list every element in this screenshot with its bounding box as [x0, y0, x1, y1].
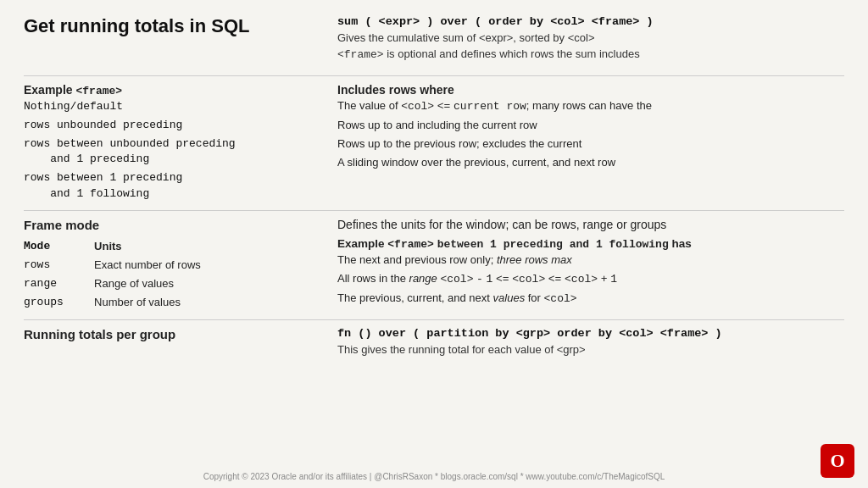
header-desc1: Gives the cumulative sum of <expr>, sort…	[337, 31, 594, 44]
table-row: The value of <col> <= current row; many …	[337, 97, 844, 116]
table-row: The previous, current, and next values f…	[337, 289, 844, 308]
code-col2: <col>	[512, 273, 545, 286]
code-minus: -	[476, 273, 483, 286]
divider-1	[24, 75, 844, 76]
code-col3: <col>	[565, 273, 598, 286]
includes-desc-2: Rows up to and including the current row	[337, 116, 844, 135]
mode-table-right: Example <frame> between 1 preceding and …	[337, 237, 844, 313]
units-rows: Exact number of rows	[94, 256, 329, 274]
code-inline: range	[24, 277, 57, 290]
frame-mode-left: Frame mode	[24, 218, 337, 232]
running-totals-right: fn () over ( partition by <grp> order by…	[337, 327, 844, 358]
table-row: Rows up to the previous row; excludes th…	[337, 135, 844, 153]
includes-desc-1: The value of <col> <= current row; many …	[337, 97, 844, 116]
running-totals-formula: fn () over ( partition by <grp> order by…	[337, 327, 844, 340]
example-desc-table: The next and previous row only; three ro…	[337, 251, 844, 309]
frame-mode-desc: Defines the units for the window; can be…	[337, 218, 666, 231]
table-row: Rows up to and including the current row	[337, 116, 844, 135]
code-lte1: <=	[496, 273, 509, 286]
table-row: Mode Units	[24, 237, 329, 256]
example-desc-range: All rows in the range <col> - 1 <= <col>…	[337, 269, 844, 289]
badge-letter: O	[830, 450, 844, 472]
includes-table: The value of <col> <= current row; many …	[337, 97, 844, 173]
code-inline: rows unbounded preceding	[24, 119, 182, 131]
code-col-g: <col>	[544, 292, 577, 305]
frame-table: Nothing/default rows unbounded preceding…	[24, 97, 329, 203]
units-col-header: Units	[94, 237, 329, 256]
frame-code-nothing: Nothing/default	[24, 97, 329, 116]
example-left: Example <frame> Nothing/default rows unb…	[24, 83, 337, 203]
mode-table: Mode Units rows Exact number of rows ran…	[24, 237, 329, 313]
table-row: Nothing/default	[24, 97, 329, 116]
mode-table-section: Mode Units rows Exact number of rows ran…	[24, 237, 844, 313]
table-row: The next and previous row only; three ro…	[337, 251, 844, 269]
page-title: Get running totals in SQL	[24, 15, 249, 36]
table-row: All rows in the range <col> - 1 <= <col>…	[337, 269, 844, 289]
italic-range: range	[409, 272, 437, 285]
code-inline: groups	[24, 296, 64, 308]
example-section: Example <frame> Nothing/default rows unb…	[24, 83, 844, 203]
divider-2	[24, 210, 844, 211]
includes-heading: Includes rows where	[337, 83, 844, 97]
units-range: Range of values	[94, 274, 329, 293]
mode-rows: rows	[24, 256, 94, 274]
running-totals-section: Running totals per group fn () over ( pa…	[24, 327, 844, 358]
code-lte2: <=	[548, 273, 562, 286]
example-desc-groups: The previous, current, and next values f…	[337, 289, 844, 308]
frame-mode-right: Defines the units for the window; can be…	[337, 218, 844, 232]
table-row: A sliding window over the previous, curr…	[337, 153, 844, 172]
mode-col-header: Mode	[24, 237, 94, 256]
frame-tag: <frame>	[75, 85, 122, 97]
code-1: 1	[487, 273, 493, 286]
code-col1: <col>	[440, 273, 473, 286]
frame-code-inline: <frame>	[337, 48, 384, 61]
example-heading: Example <frame>	[24, 83, 329, 97]
footer: Copyright © 2023 Oracle and/or its affil…	[0, 472, 868, 481]
header-desc2: <frame> is optional and defines which ro…	[337, 47, 640, 60]
code-inline: and 1 following	[24, 187, 149, 200]
mode-table-left: Mode Units rows Exact number of rows ran…	[24, 237, 337, 313]
table-row: rows unbounded preceding	[24, 116, 329, 135]
header-formula-section: sum ( <expr> ) over ( order by <col> <fr…	[337, 15, 844, 64]
code-plus1: +	[601, 273, 608, 286]
main-title-section: Get running totals in SQL	[24, 15, 337, 64]
code-inline: rows	[24, 258, 50, 271]
includes-desc-3: Rows up to the previous row; excludes th…	[337, 135, 844, 153]
table-row: rows between unbounded preceding and 1 p…	[24, 135, 329, 169]
running-totals-desc: This gives the running total for each va…	[337, 343, 586, 356]
italic-values: values	[493, 291, 526, 304]
units-groups: Number of values	[94, 293, 329, 312]
code-inline: rows between 1 preceding	[24, 171, 182, 184]
table-row: rows between 1 preceding and 1 following	[24, 169, 329, 202]
col-code: <col>	[401, 100, 434, 113]
italic-text: three rows max	[497, 253, 572, 266]
example-desc-rows: The next and previous row only; three ro…	[337, 251, 844, 269]
includes-desc-4: A sliding window over the previous, curr…	[337, 153, 844, 172]
code-inline: and 1 preceding	[24, 152, 149, 165]
lte-code: <=	[437, 100, 451, 113]
code-1b: 1	[610, 273, 617, 286]
frame-code-unbounded: rows unbounded preceding	[24, 116, 329, 135]
running-totals-left: Running totals per group	[24, 327, 337, 358]
mode-groups: groups	[24, 293, 94, 312]
mode-range: range	[24, 274, 94, 293]
footer-text: Copyright © 2023 Oracle and/or its affil…	[203, 472, 665, 481]
table-row: groups Number of values	[24, 293, 329, 312]
oracle-badge: O	[821, 444, 854, 478]
frame-mode-heading: Frame mode	[24, 218, 99, 232]
example-frame-heading: Example <frame> between 1 preceding and …	[337, 237, 844, 251]
between-code: between 1 preceding and 1 following	[437, 238, 669, 251]
code-inline: rows between unbounded preceding	[24, 137, 236, 150]
curr-code: current row	[453, 100, 526, 113]
example-right: Includes rows where The value of <col> <…	[337, 83, 844, 203]
table-row: rows Exact number of rows	[24, 256, 329, 274]
frame-code-between-1: rows between 1 preceding and 1 following	[24, 169, 329, 202]
frame-mode-section: Frame mode Defines the units for the win…	[24, 218, 844, 232]
table-row: range Range of values	[24, 274, 329, 293]
frame-code-between-unbounded: rows between unbounded preceding and 1 p…	[24, 135, 329, 169]
divider-3	[24, 319, 844, 320]
frame-code: <frame>	[387, 238, 434, 251]
running-totals-heading: Running totals per group	[24, 327, 175, 341]
formula-code: sum ( <expr> ) over ( order by <col> <fr…	[337, 15, 844, 28]
